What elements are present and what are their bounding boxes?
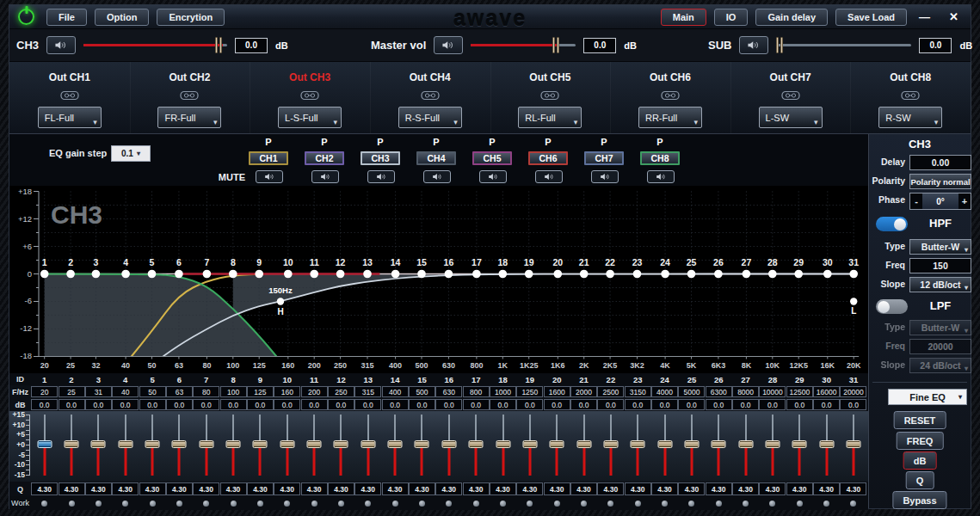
slider-handle[interactable]: [172, 440, 187, 448]
band-freq-field[interactable]: 250: [328, 386, 354, 397]
work-indicator[interactable]: [41, 501, 47, 507]
slider-handle[interactable]: [552, 37, 560, 53]
band-q-field[interactable]: 4.30: [301, 482, 328, 495]
mute-button-master[interactable]: [434, 36, 463, 54]
band-freq-field[interactable]: 20000: [840, 386, 866, 397]
band-slider-6[interactable]: [166, 411, 193, 482]
volume-value-channel[interactable]: 0.0: [235, 38, 268, 53]
band-slider-30[interactable]: [813, 411, 840, 482]
slider-handle[interactable]: [765, 440, 780, 448]
output-mode-select[interactable]: RR-Full▾: [638, 107, 702, 128]
slider-handle[interactable]: [631, 440, 645, 448]
slider-handle[interactable]: [603, 440, 618, 448]
work-indicator[interactable]: [823, 501, 829, 507]
band-slider-19[interactable]: [516, 411, 543, 482]
band-slider-26[interactable]: [706, 411, 732, 482]
band-freq-field[interactable]: 20: [31, 386, 58, 397]
bypass-button[interactable]: Bypass: [892, 491, 946, 509]
band-db-field[interactable]: 0.0: [625, 399, 651, 410]
band-freq-field[interactable]: 80: [193, 386, 219, 397]
band-freq-field[interactable]: 400: [382, 386, 409, 397]
eq-channel-button-ch1[interactable]: CH1: [249, 151, 288, 165]
eq-channel-button-ch2[interactable]: CH2: [305, 151, 344, 165]
eq-channel-button-ch8[interactable]: CH8: [640, 151, 680, 165]
band-slider-24[interactable]: [651, 411, 678, 482]
band-db-field[interactable]: 0.0: [31, 399, 58, 410]
output-mode-select[interactable]: FL-Full▾: [38, 107, 102, 128]
work-indicator[interactable]: [419, 501, 425, 507]
band-freq-field[interactable]: 315: [354, 386, 381, 397]
band-q-field[interactable]: 4.30: [139, 482, 166, 495]
slider-handle[interactable]: [684, 440, 699, 448]
output-mode-select[interactable]: R-SW▾: [878, 107, 942, 128]
slider-handle[interactable]: [65, 440, 79, 448]
work-indicator[interactable]: [769, 501, 775, 507]
channel-mute-button-ch3[interactable]: [367, 170, 395, 183]
band-slider-20[interactable]: [544, 411, 570, 482]
band-freq-field[interactable]: 1000: [490, 386, 516, 397]
band-db-field[interactable]: 0.0: [678, 399, 705, 410]
band-q-field[interactable]: 4.30: [382, 482, 409, 495]
band-q-field[interactable]: 4.30: [732, 482, 759, 495]
band-db-field[interactable]: 0.0: [139, 399, 166, 410]
slider-handle[interactable]: [550, 440, 564, 448]
band-freq-field[interactable]: 63: [166, 386, 193, 397]
slider-handle[interactable]: [91, 440, 106, 448]
link-button[interactable]: [780, 89, 802, 101]
band-db-field[interactable]: 0.0: [516, 399, 543, 410]
slider-handle[interactable]: [415, 440, 429, 448]
band-q-field[interactable]: 4.30: [463, 482, 490, 495]
work-indicator[interactable]: [716, 501, 722, 507]
band-q-field[interactable]: 4.30: [840, 482, 866, 495]
band-freq-field[interactable]: 10000: [759, 386, 786, 397]
band-slider-16[interactable]: [435, 411, 462, 482]
band-db-field[interactable]: 0.0: [354, 399, 381, 410]
band-q-field[interactable]: 4.30: [166, 482, 193, 495]
band-q-field[interactable]: 4.30: [544, 482, 570, 495]
phase-decrement-button[interactable]: -: [910, 194, 922, 209]
band-slider-28[interactable]: [759, 411, 786, 482]
polarity-button[interactable]: Polarity normal: [909, 174, 971, 189]
volume-value-sub[interactable]: 0.0: [919, 38, 952, 53]
slider-handle[interactable]: [657, 440, 672, 448]
band-slider-1[interactable]: [31, 411, 58, 482]
band-freq-field[interactable]: 800: [463, 386, 490, 397]
delay-value-field[interactable]: 0.00: [909, 155, 971, 170]
work-indicator[interactable]: [392, 501, 398, 507]
band-q-field[interactable]: 4.30: [112, 482, 139, 495]
band-q-field[interactable]: 4.30: [31, 482, 58, 495]
hpf-type-select[interactable]: Butter-W▾: [909, 239, 971, 255]
menu-button-file[interactable]: File: [46, 9, 87, 26]
channel-mute-button-ch5[interactable]: [479, 170, 507, 183]
output-mode-select[interactable]: L-SW▾: [759, 107, 823, 128]
work-indicator[interactable]: [797, 501, 803, 507]
work-indicator[interactable]: [96, 501, 102, 507]
slider-handle[interactable]: [307, 440, 322, 448]
band-slider-4[interactable]: [112, 411, 139, 482]
work-indicator[interactable]: [527, 501, 533, 507]
band-db-field[interactable]: 0.0: [706, 399, 732, 410]
eq-gain-step-select[interactable]: 0.1 ▾: [111, 145, 151, 162]
work-indicator[interactable]: [446, 501, 452, 507]
band-freq-field[interactable]: 3150: [625, 386, 651, 397]
band-db-field[interactable]: 0.0: [732, 399, 759, 410]
work-indicator[interactable]: [338, 501, 344, 507]
band-q-field[interactable]: 4.30: [59, 482, 85, 495]
channel-mute-button-ch4[interactable]: [423, 170, 451, 183]
band-db-field[interactable]: 0.0: [759, 399, 786, 410]
link-button[interactable]: [299, 89, 321, 101]
band-db-field[interactable]: 0.0: [490, 399, 516, 410]
band-slider-17[interactable]: [463, 411, 490, 482]
work-indicator[interactable]: [554, 501, 560, 507]
band-db-field[interactable]: 0.0: [301, 399, 328, 410]
band-db-field[interactable]: 0.0: [193, 399, 219, 410]
slider-handle[interactable]: [846, 440, 860, 448]
slider-handle[interactable]: [37, 440, 52, 448]
slider-handle[interactable]: [253, 440, 268, 448]
band-q-field[interactable]: 4.30: [435, 482, 462, 495]
slider-handle[interactable]: [522, 440, 537, 448]
lpf-toggle[interactable]: [876, 299, 908, 314]
slider-handle[interactable]: [441, 440, 456, 448]
minimize-button[interactable]: —: [919, 9, 930, 25]
band-slider-9[interactable]: [247, 411, 274, 482]
